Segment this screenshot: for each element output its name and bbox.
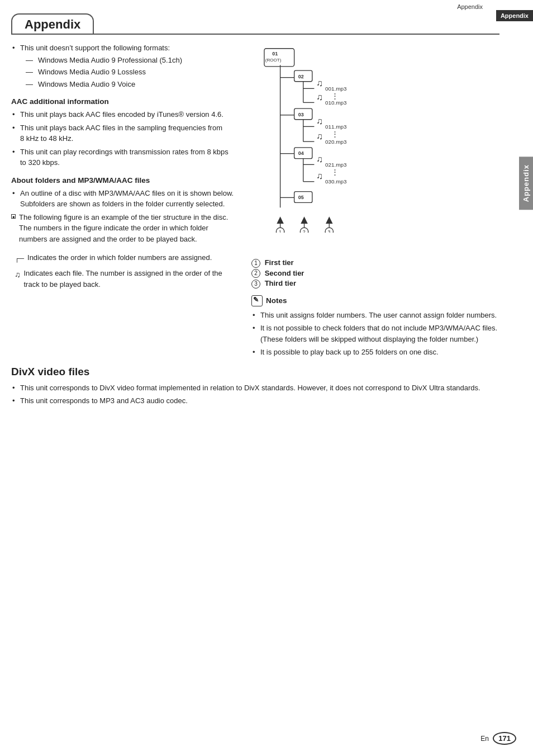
tier-1-label: 1 First tier bbox=[251, 258, 522, 268]
square-icon bbox=[11, 214, 16, 219]
indicator-note-1: ┌─ Indicates the order in which folder n… bbox=[15, 252, 236, 263]
tier-3-num: 3 bbox=[251, 280, 260, 289]
folders-bullet-2: The following figure is an example of th… bbox=[11, 212, 236, 245]
aac-heading: AAC additional information bbox=[11, 97, 236, 106]
divx-list: This unit corresponds to DivX video form… bbox=[11, 382, 522, 407]
page: Appendix Appendix Appendix This unit doe… bbox=[0, 0, 533, 756]
svg-marker-44 bbox=[301, 216, 308, 224]
svg-text:(ROOT): (ROOT) bbox=[265, 58, 282, 63]
page-number: En 171 bbox=[480, 732, 516, 745]
svg-text:♫: ♫ bbox=[316, 154, 323, 164]
intro-bullet: This unit doesn’t support the following … bbox=[11, 42, 236, 89]
square-note: The following figure is an example of th… bbox=[11, 212, 236, 245]
folders-heading: About folders and MP3/WMA/AAC files bbox=[11, 176, 236, 185]
aac-bullet-3: This unit can play recordings with trans… bbox=[11, 147, 236, 168]
svg-text:021.mp3: 021.mp3 bbox=[325, 162, 347, 168]
aac-list: This unit plays back AAC files encoded b… bbox=[11, 109, 236, 168]
notes-header: Notes bbox=[251, 295, 522, 306]
folders-bullet-1: An outline of a disc with MP3/WMA/AAC fi… bbox=[11, 188, 236, 210]
en-label: En bbox=[480, 735, 489, 743]
svg-text:⋮: ⋮ bbox=[331, 168, 339, 176]
aac-bullet-2: This unit plays back AAC files in the sa… bbox=[11, 122, 236, 144]
svg-text:01: 01 bbox=[272, 51, 278, 56]
note-1: This unit assigns folder numbers. The us… bbox=[251, 310, 522, 321]
svg-text:020.mp3: 020.mp3 bbox=[325, 139, 347, 145]
sub-item-2: Windows Media Audio 9 Lossless bbox=[26, 67, 236, 78]
svg-text:1: 1 bbox=[279, 229, 282, 233]
notes-section: Notes This unit assigns folder numbers. … bbox=[251, 295, 522, 358]
tier-labels: 1 First tier 2 Second tier 3 Third tier bbox=[251, 258, 522, 289]
svg-text:♫: ♫ bbox=[316, 116, 323, 126]
folder-icon: ┌─ bbox=[15, 253, 24, 263]
svg-text:030.mp3: 030.mp3 bbox=[325, 178, 347, 185]
tier-2-num: 2 bbox=[251, 269, 260, 278]
svg-text:011.mp3: 011.mp3 bbox=[325, 124, 347, 130]
right-column: 01 (ROOT) 02 ♫ 001.mp3 ⋮ ♫ bbox=[246, 42, 522, 366]
divx-bullet-1: This unit corresponds to DivX video form… bbox=[11, 382, 522, 394]
notes-list: This unit assigns folder numbers. The us… bbox=[251, 310, 522, 358]
svg-text:02: 02 bbox=[298, 74, 304, 79]
indicator-note-2: ♫ Indicates each file. The number is ass… bbox=[15, 268, 236, 290]
indicator-notes: ┌─ Indicates the order in which folder n… bbox=[15, 252, 236, 290]
tree-diagram-svg: 01 (ROOT) 02 ♫ 001.mp3 ⋮ ♫ bbox=[251, 42, 419, 233]
page-title: Appendix bbox=[25, 17, 80, 32]
right-side-appendix-tab: Appendix bbox=[519, 157, 533, 210]
svg-text:03: 03 bbox=[298, 112, 304, 117]
svg-text:⋮: ⋮ bbox=[331, 130, 339, 138]
folder-diagram: 01 (ROOT) 02 ♫ 001.mp3 ⋮ ♫ bbox=[251, 42, 419, 255]
aac-bullet-1: This unit plays back AAC files encoded b… bbox=[11, 109, 236, 120]
note-2: It is not possible to check folders that… bbox=[251, 323, 522, 344]
appendix-label-top: Appendix bbox=[457, 3, 483, 10]
tier-3-label: 3 Third tier bbox=[251, 279, 522, 289]
music-note-icon: ♫ bbox=[15, 269, 21, 290]
tier-2-label: 2 Second tier bbox=[251, 269, 522, 278]
divx-section: DivX video files This unit corresponds t… bbox=[11, 366, 522, 407]
top-header: Appendix bbox=[0, 0, 533, 12]
sub-item-3: Windows Media Audio 9 Voice bbox=[26, 79, 236, 90]
right-tab-top: Appendix bbox=[496, 10, 533, 21]
svg-text:♫: ♫ bbox=[316, 131, 323, 141]
folders-list: An outline of a disc with MP3/WMA/AAC fi… bbox=[11, 188, 236, 245]
svg-marker-40 bbox=[277, 216, 284, 224]
tier-1-num: 1 bbox=[251, 259, 260, 268]
divx-bullet-2: This unit corresponds to MP3 and AC3 aud… bbox=[11, 395, 522, 407]
svg-marker-48 bbox=[326, 216, 333, 224]
svg-text:♫: ♫ bbox=[316, 78, 323, 88]
svg-text:♫: ♫ bbox=[316, 92, 323, 102]
divx-title: DivX video files bbox=[11, 366, 522, 378]
svg-text:05: 05 bbox=[298, 195, 304, 200]
note-3: It is possible to play back up to 255 fo… bbox=[251, 347, 522, 358]
notes-icon bbox=[251, 295, 263, 306]
sub-item-1: Windows Media Audio 9 Professional (5.1c… bbox=[26, 55, 236, 66]
main-content: This unit doesn’t support the following … bbox=[11, 35, 522, 366]
svg-text:3: 3 bbox=[328, 229, 331, 233]
svg-text:♫: ♫ bbox=[316, 171, 323, 181]
left-column: This unit doesn’t support the following … bbox=[11, 42, 246, 366]
svg-text:010.mp3: 010.mp3 bbox=[325, 100, 347, 106]
page-num-circle: 171 bbox=[493, 732, 516, 745]
sub-list: Windows Media Audio 9 Professional (5.1c… bbox=[26, 55, 236, 90]
svg-text:001.mp3: 001.mp3 bbox=[325, 86, 347, 92]
svg-text:2: 2 bbox=[303, 229, 306, 233]
svg-text:04: 04 bbox=[298, 150, 304, 156]
intro-list: This unit doesn’t support the following … bbox=[11, 42, 236, 89]
